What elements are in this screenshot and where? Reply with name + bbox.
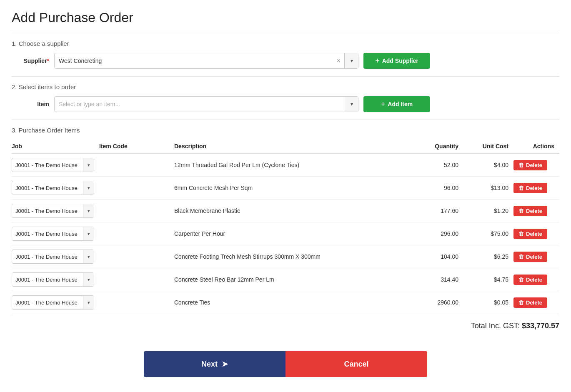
delete-label: Delete — [526, 208, 542, 214]
delete-button[interactable]: 🗑Delete — [513, 206, 547, 216]
job-select[interactable]: J0001 - The Demo House▾ — [12, 272, 94, 287]
cell-unit-cost: $6.25 — [463, 245, 513, 268]
trash-icon: 🗑 — [518, 185, 524, 191]
job-dropdown-icon[interactable]: ▾ — [83, 158, 94, 172]
cell-item-code — [99, 245, 174, 268]
cell-quantity: 96.00 — [418, 177, 463, 200]
cell-job: J0001 - The Demo House▾ — [12, 222, 99, 245]
item-row: Item Select or type an item... ▾ + Add I… — [12, 96, 559, 112]
cell-unit-cost: $75.00 — [463, 222, 513, 245]
job-dropdown-icon[interactable]: ▾ — [83, 250, 94, 263]
job-select[interactable]: J0001 - The Demo House▾ — [12, 250, 94, 264]
item-dropdown-icon[interactable]: ▾ — [345, 97, 358, 112]
cell-actions: 🗑Delete — [513, 245, 559, 268]
footer-buttons: Next ➤ Cancel — [144, 351, 427, 377]
cell-description: Black Memebrane Plastic — [174, 200, 418, 222]
delete-label: Delete — [526, 231, 542, 237]
supplier-clear-icon[interactable]: × — [333, 53, 345, 68]
table-row: J0001 - The Demo House▾6mm Concrete Mesh… — [12, 177, 559, 200]
section-step1: 1. Choose a supplier Supplier* West Conc… — [12, 40, 559, 69]
cell-quantity: 177.60 — [418, 200, 463, 222]
step1-label: 1. Choose a supplier — [12, 40, 559, 47]
table-row: J0001 - The Demo House▾Concrete Ties2960… — [12, 291, 559, 314]
delete-button[interactable]: 🗑Delete — [513, 252, 547, 262]
col-header-actions: Actions — [513, 140, 559, 153]
job-value: J0001 - The Demo House — [12, 162, 83, 168]
cell-quantity: 296.00 — [418, 222, 463, 245]
col-header-job: Job — [12, 140, 99, 153]
delete-button[interactable]: 🗑Delete — [513, 275, 547, 285]
job-select[interactable]: J0001 - The Demo House▾ — [12, 158, 94, 172]
job-value: J0001 - The Demo House — [12, 300, 83, 306]
job-select[interactable]: J0001 - The Demo House▾ — [12, 181, 94, 195]
delete-button[interactable]: 🗑Delete — [513, 160, 547, 170]
step2-label: 2. Select items to order — [12, 83, 559, 90]
delete-button[interactable]: 🗑Delete — [513, 229, 547, 239]
total-row: Total Inc. GST: $33,770.57 — [12, 322, 559, 330]
section-step2: 2. Select items to order Item Select or … — [12, 83, 559, 112]
next-label: Next — [201, 360, 218, 369]
add-item-button[interactable]: + Add Item — [363, 96, 430, 112]
cell-unit-cost: $13.00 — [463, 177, 513, 200]
cell-item-code — [99, 222, 174, 245]
job-select[interactable]: J0001 - The Demo House▾ — [12, 295, 94, 310]
trash-icon: 🗑 — [518, 277, 524, 283]
cell-job: J0001 - The Demo House▾ — [12, 153, 99, 177]
supplier-dropdown-icon[interactable]: ▾ — [345, 53, 358, 68]
supplier-row: Supplier* West Concreting × ▾ + Add Supp… — [12, 53, 559, 69]
divider-3 — [12, 120, 559, 120]
cell-actions: 🗑Delete — [513, 177, 559, 200]
table-row: J0001 - The Demo House▾12mm Threaded Gal… — [12, 153, 559, 177]
col-header-unit-cost: Unit Cost — [463, 140, 513, 153]
step3-label: 3. Purchase Order Items — [12, 127, 559, 134]
cancel-button[interactable]: Cancel — [286, 351, 427, 377]
job-select[interactable]: J0001 - The Demo House▾ — [12, 227, 94, 241]
next-button[interactable]: Next ➤ — [144, 351, 286, 377]
table-row: J0001 - The Demo House▾Concrete Steel Re… — [12, 268, 559, 291]
table-row: J0001 - The Demo House▾Concrete Footing … — [12, 245, 559, 268]
job-value: J0001 - The Demo House — [12, 231, 83, 237]
trash-icon: 🗑 — [518, 300, 524, 306]
cell-unit-cost: $4.75 — [463, 268, 513, 291]
job-dropdown-icon[interactable]: ▾ — [83, 296, 94, 309]
cell-description: Concrete Ties — [174, 291, 418, 314]
cell-item-code — [99, 153, 174, 177]
item-select[interactable]: Select or type an item... ▾ — [54, 96, 358, 112]
page-container: Add Purchase Order 1. Choose a supplier … — [0, 0, 571, 392]
job-dropdown-icon[interactable]: ▾ — [83, 204, 94, 217]
table-body: J0001 - The Demo House▾12mm Threaded Gal… — [12, 153, 559, 314]
cell-description: Carpenter Per Hour — [174, 222, 418, 245]
table-section: 3. Purchase Order Items Job Item Code De… — [12, 127, 559, 330]
divider-2 — [12, 76, 559, 77]
cell-description: Concrete Steel Reo Bar 12mm Per Lm — [174, 268, 418, 291]
add-supplier-label: Add Supplier — [382, 57, 418, 64]
cell-job: J0001 - The Demo House▾ — [12, 200, 99, 222]
table-row: J0001 - The Demo House▾Black Memebrane P… — [12, 200, 559, 222]
add-item-label: Add Item — [388, 101, 413, 107]
cell-unit-cost: $1.20 — [463, 200, 513, 222]
job-dropdown-icon[interactable]: ▾ — [83, 273, 94, 286]
delete-button[interactable]: 🗑Delete — [513, 297, 547, 308]
cell-description: 6mm Concrete Mesh Per Sqm — [174, 177, 418, 200]
item-label: Item — [12, 101, 49, 107]
total-value: $33,770.57 — [522, 322, 559, 330]
cell-actions: 🗑Delete — [513, 153, 559, 177]
cell-unit-cost: $4.00 — [463, 153, 513, 177]
supplier-label: Supplier* — [12, 57, 49, 64]
cell-unit-cost: $0.05 — [463, 291, 513, 314]
job-value: J0001 - The Demo House — [12, 254, 83, 260]
table-header-row: Job Item Code Description Quantity Unit … — [12, 140, 559, 153]
cell-quantity: 314.40 — [418, 268, 463, 291]
supplier-select[interactable]: West Concreting × ▾ — [54, 53, 358, 69]
delete-button[interactable]: 🗑Delete — [513, 183, 547, 193]
page-title: Add Purchase Order — [12, 10, 559, 25]
trash-icon: 🗑 — [518, 254, 524, 260]
cell-job: J0001 - The Demo House▾ — [12, 177, 99, 200]
job-dropdown-icon[interactable]: ▾ — [83, 227, 94, 240]
add-supplier-button[interactable]: + Add Supplier — [363, 53, 430, 69]
job-dropdown-icon[interactable]: ▾ — [83, 181, 94, 195]
cell-item-code — [99, 268, 174, 291]
job-value: J0001 - The Demo House — [12, 277, 83, 283]
cell-actions: 🗑Delete — [513, 222, 559, 245]
job-select[interactable]: J0001 - The Demo House▾ — [12, 204, 94, 218]
